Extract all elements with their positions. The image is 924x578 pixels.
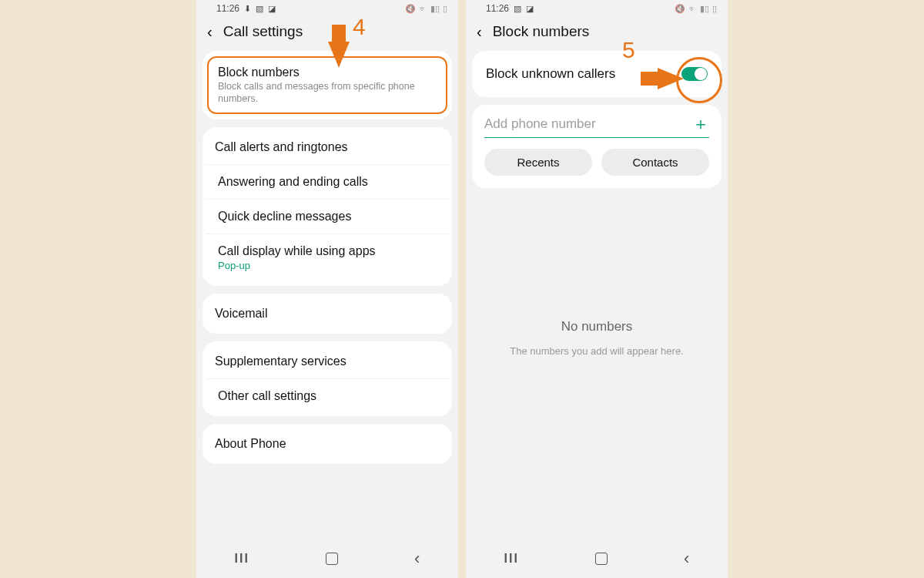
- phone-call-settings: 11:26 ⬇ ▧ ◪ 🔇 ᯤ ▮▯ ▯ ‹ Call settings Blo…: [196, 0, 458, 578]
- block-unknown-toggle[interactable]: [681, 67, 708, 81]
- settings-card: Voicemail: [203, 294, 452, 334]
- contacts-button[interactable]: Contacts: [601, 149, 709, 176]
- back-icon[interactable]: ‹: [477, 24, 482, 39]
- settings-card: Block numbers Block calls and messages f…: [203, 51, 452, 119]
- back-icon[interactable]: ‹: [207, 24, 213, 39]
- row-title: Block numbers: [218, 66, 437, 79]
- mute-icon: 🔇: [405, 5, 416, 13]
- download-icon: ⬇: [244, 5, 251, 13]
- row-other-call[interactable]: Other call settings: [206, 378, 449, 413]
- row-block-numbers[interactable]: Block numbers Block calls and messages f…: [207, 56, 447, 114]
- nav-back-icon[interactable]: ‹: [684, 549, 689, 569]
- nav-home-icon[interactable]: [326, 553, 338, 565]
- empty-subtitle: The numbers you add will appear here.: [466, 345, 728, 357]
- app-icon: ◪: [268, 5, 276, 13]
- row-title: Call display while using apps: [218, 244, 437, 258]
- status-time: 11:26: [216, 3, 239, 14]
- nav-bar: III ‹: [466, 549, 728, 569]
- row-title: Voicemail: [215, 307, 440, 321]
- row-call-alerts[interactable]: Call alerts and ringtones: [203, 130, 452, 164]
- signal-icon: ▮▯: [700, 5, 709, 13]
- row-title: Quick decline messages: [218, 210, 437, 223]
- input-placeholder: Add phone number: [484, 116, 685, 132]
- nav-recents-icon[interactable]: III: [235, 552, 249, 566]
- add-number-card: Add phone number ＋ Recents Contacts: [472, 105, 721, 188]
- row-title: Other call settings: [218, 389, 437, 403]
- nav-back-icon[interactable]: ‹: [414, 549, 420, 569]
- nav-bar: III ‹: [196, 549, 458, 569]
- mute-icon: 🔇: [675, 5, 685, 13]
- row-title: About Phone: [215, 437, 440, 451]
- row-quick-decline[interactable]: Quick decline messages: [206, 199, 449, 234]
- recents-button[interactable]: Recents: [484, 149, 592, 176]
- row-subtitle: Block calls and messages from specific p…: [218, 81, 437, 105]
- battery-icon: ▯: [712, 5, 717, 13]
- signal-icon: ▮▯: [430, 5, 440, 13]
- settings-card: About Phone: [203, 424, 452, 464]
- toggle-label: Block unknown callers: [486, 66, 615, 82]
- page-header: ‹ Block numbers: [466, 17, 728, 51]
- wifi-icon: ᯤ: [688, 5, 697, 13]
- status-bar: 11:26 ⬇ ▧ ◪ 🔇 ᯤ ▮▯ ▯: [196, 0, 458, 17]
- image-icon: ▧: [514, 5, 521, 13]
- row-title: Supplementary services: [215, 355, 440, 368]
- add-icon[interactable]: ＋: [692, 116, 709, 133]
- row-title: Call alerts and ringtones: [215, 140, 440, 154]
- row-supplementary[interactable]: Supplementary services: [203, 344, 452, 378]
- settings-card: Supplementary services Other call settin…: [203, 341, 452, 416]
- wifi-icon: ᯤ: [419, 5, 427, 13]
- status-time: 11:26: [486, 3, 509, 14]
- row-subtitle: Pop-up: [218, 260, 437, 272]
- empty-title: No numbers: [466, 319, 728, 334]
- row-title: Answering and ending calls: [218, 175, 437, 189]
- phone-number-input[interactable]: Add phone number ＋: [484, 116, 709, 138]
- empty-state: No numbers The numbers you add will appe…: [466, 319, 728, 357]
- row-about-phone[interactable]: About Phone: [203, 427, 452, 461]
- nav-recents-icon[interactable]: III: [504, 552, 519, 566]
- toggle-card: Block unknown callers: [472, 51, 721, 97]
- nav-home-icon[interactable]: [595, 553, 608, 565]
- row-block-unknown[interactable]: Block unknown callers: [472, 54, 721, 94]
- app-icon: ◪: [526, 5, 534, 13]
- image-icon: ▧: [256, 5, 263, 13]
- row-voicemail[interactable]: Voicemail: [203, 297, 452, 331]
- row-call-display[interactable]: Call display while using apps Pop-up: [206, 234, 449, 282]
- row-answering[interactable]: Answering and ending calls: [206, 164, 449, 199]
- status-bar: 11:26 ▧ ◪ 🔇 ᯤ ▮▯ ▯: [466, 0, 728, 17]
- page-title: Block numbers: [493, 23, 590, 40]
- battery-icon: ▯: [443, 5, 447, 13]
- phone-block-numbers: 11:26 ▧ ◪ 🔇 ᯤ ▮▯ ▯ ‹ Block numbers Block…: [466, 0, 728, 578]
- settings-card: Call alerts and ringtones Answering and …: [203, 127, 452, 285]
- page-header: ‹ Call settings: [196, 17, 458, 51]
- page-title: Call settings: [223, 23, 303, 40]
